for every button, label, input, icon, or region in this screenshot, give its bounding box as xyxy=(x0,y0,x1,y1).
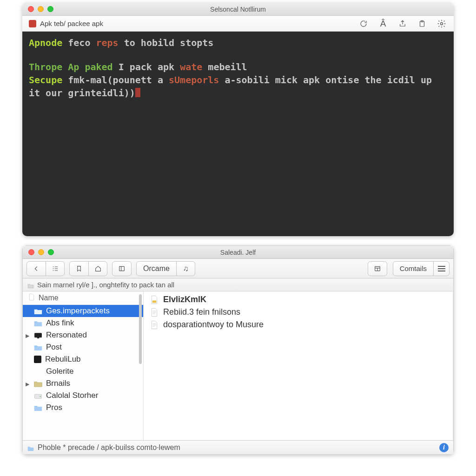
view-list-button[interactable] xyxy=(46,262,64,276)
clipboard-button[interactable] xyxy=(413,17,431,30)
panel-seg xyxy=(112,261,132,276)
finder-toolbar-right: Comtails xyxy=(368,261,450,276)
finder-zoom-button[interactable] xyxy=(48,249,54,255)
layout-seg xyxy=(368,261,387,276)
sidebar-item-rersonated[interactable]: ▶ Rersonated xyxy=(23,329,143,341)
finder-window: Saleadi. Jelf Orcame ♫ Comtails xyxy=(22,245,454,455)
traffic-lights xyxy=(28,6,53,12)
sidebar-item-label: Golerite xyxy=(46,367,74,376)
share-button[interactable] xyxy=(393,17,412,30)
info-button[interactable]: i xyxy=(439,443,449,452)
compass-button[interactable]: Â xyxy=(374,17,392,30)
doc-file-icon xyxy=(150,320,159,330)
status-bar: Phoble * precade / apk-builss comto·lewe… xyxy=(23,440,453,454)
svg-point-2 xyxy=(441,22,443,25)
status-folder-icon xyxy=(27,445,34,450)
chevron-left-icon xyxy=(33,265,40,272)
contails-seg: Comtails xyxy=(393,261,450,276)
svg-rect-9 xyxy=(152,300,157,303)
file-label: dosparationtwoy to Musure xyxy=(163,320,264,330)
sidebar-item-gesimperpackets[interactable]: Ges.imperpackets xyxy=(23,305,143,317)
terminal-line-2: Thrope Ap paked I pack apk wate mebeill xyxy=(29,60,447,73)
orcame-button[interactable]: Orcame xyxy=(137,262,176,276)
sidebar-item-label: Rersonated xyxy=(46,331,87,340)
reload-icon xyxy=(359,20,368,28)
sidebar-item-post[interactable]: Post xyxy=(23,341,143,353)
hamburger-icon xyxy=(438,266,445,271)
terminal-tabbar: Apk teb/ packee apk Â xyxy=(22,16,454,32)
terminal-title: Selsoncal Notllirum xyxy=(210,6,266,13)
content-pane[interactable]: ElvlizKmlK Rebiid.3 fein fnilsons dospar… xyxy=(144,291,453,440)
file-item-rebiid[interactable]: Rebiid.3 fein fnilsons xyxy=(147,306,449,318)
file-item-dosparation[interactable]: dosparationtwoy to Musure xyxy=(147,318,449,331)
disclosure-icon[interactable]: ▶ xyxy=(26,381,29,387)
menu-button[interactable] xyxy=(433,262,449,276)
sidebar-icon xyxy=(118,265,126,272)
sidebar-item-golerite[interactable]: Golerite xyxy=(23,365,143,377)
finder-toolbar: Orcame ♫ Comtails xyxy=(23,259,453,278)
doc-file-icon xyxy=(150,308,159,317)
doc-icon xyxy=(28,293,35,303)
terminal-tab-label: Apk teb/ packee apk xyxy=(40,20,103,27)
terminal-line-4: it our grinteidli)) xyxy=(29,86,447,99)
terminal-titlebar: Selsoncal Notllirum xyxy=(22,3,454,16)
app-icon xyxy=(34,356,41,363)
monitor-icon xyxy=(34,332,42,338)
finder-traffic-lights xyxy=(28,249,54,255)
finder-minimize-button[interactable] xyxy=(38,249,44,255)
sidebar-header[interactable]: Name xyxy=(23,291,143,305)
folder-icon xyxy=(34,404,42,411)
disk-icon xyxy=(34,392,42,399)
disclosure-icon[interactable]: ▶ xyxy=(26,333,29,339)
breadcrumb-folder-icon xyxy=(27,282,34,288)
folder-icon xyxy=(34,308,42,314)
sidebar-item-absfink[interactable]: Abs fink xyxy=(23,317,143,329)
terminal-body[interactable]: Apnode feco reps to hobild stopts Thrope… xyxy=(22,32,454,236)
minimize-button[interactable] xyxy=(38,6,44,12)
settings-button[interactable] xyxy=(432,17,451,30)
sidebar-toggle-button[interactable] xyxy=(112,262,131,276)
action-seg xyxy=(69,261,107,276)
terminal-tab-icon xyxy=(29,20,36,27)
breadcrumb-text: Sain marnel ryl/e ]., onghtefity to pack… xyxy=(37,281,174,289)
nav-seg xyxy=(26,261,65,276)
share-icon xyxy=(398,20,407,28)
svg-point-8 xyxy=(40,396,40,397)
sidebar-item-label: Ges.imperpackets xyxy=(46,306,110,316)
layout-button[interactable] xyxy=(368,262,387,276)
terminal-tab[interactable]: Apk teb/ packee apk xyxy=(25,20,107,27)
sidebar-item-label: Post xyxy=(46,343,62,352)
contails-button[interactable]: Comtails xyxy=(393,262,433,276)
bookmark-button[interactable] xyxy=(70,262,88,276)
sidebar-item-calolalstorher[interactable]: Calolal Storher xyxy=(23,390,143,402)
svg-rect-3 xyxy=(119,266,125,271)
home-button[interactable] xyxy=(88,262,107,276)
sidebar[interactable]: Name Ges.imperpackets Abs fink ▶ Rersona… xyxy=(23,291,144,440)
sidebar-item-rebulilub[interactable]: RebuliLub xyxy=(23,353,143,365)
close-button[interactable] xyxy=(28,6,34,12)
sidebar-item-brnails[interactable]: ▶ Brnails xyxy=(23,377,143,390)
sidebar-item-pros[interactable]: Pros xyxy=(23,402,143,414)
folder-icon xyxy=(34,320,42,326)
breadcrumb[interactable]: Sain marnel ryl/e ]., onghtefity to pack… xyxy=(23,278,453,291)
music-button[interactable]: ♫ xyxy=(176,262,195,276)
compass-icon: Â xyxy=(380,19,386,29)
sidebar-item-label: RebuliLub xyxy=(45,355,81,364)
terminal-line-3: Secupe fmk-mal(pounett a sUmeporls a-sob… xyxy=(29,73,447,86)
svg-rect-5 xyxy=(35,333,42,337)
bookmark-icon xyxy=(75,265,83,272)
layout-icon xyxy=(374,265,381,272)
zoom-button[interactable] xyxy=(47,6,53,12)
back-button[interactable] xyxy=(27,262,46,276)
finder-close-button[interactable] xyxy=(28,249,34,255)
reload-button[interactable] xyxy=(354,17,373,30)
sidebar-item-label: Pros xyxy=(46,403,62,412)
folder-icon xyxy=(34,344,42,350)
sidebar-item-label: Brnails xyxy=(46,379,70,388)
file-item-elvizkmlk[interactable]: ElvlizKmlK xyxy=(147,293,449,306)
terminal-toolbar-right: Â xyxy=(354,17,451,30)
list-icon xyxy=(52,265,59,272)
home-icon xyxy=(94,265,102,272)
orcame-seg: Orcame ♫ xyxy=(136,261,195,276)
sidebar-item-label: Calolal Storher xyxy=(46,391,98,400)
